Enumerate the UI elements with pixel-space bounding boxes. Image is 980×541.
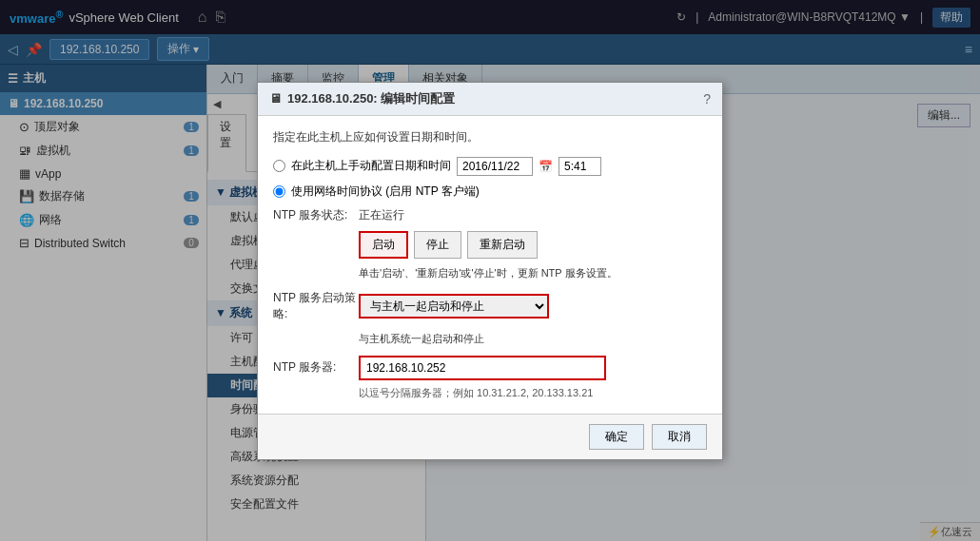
- ntp-buttons-row: 启动 停止 重新启动: [359, 231, 707, 259]
- ntp-hint: 单击'启动'、'重新启动'或'停止'时，更新 NTP 服务设置。: [359, 266, 707, 280]
- radio-ntp[interactable]: [273, 185, 285, 198]
- ntp-sub-text: 与主机系统一起启动和停止: [359, 332, 707, 346]
- date-input[interactable]: [457, 157, 533, 176]
- radio-manual-row: 在此主机上手动配置日期和时间 📅: [273, 157, 707, 176]
- dialog-title: 🖥 192.168.10.250: 编辑时间配置: [269, 90, 455, 107]
- dialog-footer: 确定 取消: [258, 414, 722, 459]
- dialog-body: 指定在此主机上应如何设置日期和时间。 在此主机上手动配置日期和时间 📅 使用网络…: [258, 116, 722, 414]
- time-input[interactable]: [559, 157, 601, 176]
- radio-ntp-row: 使用网络时间协议 (启用 NTP 客户端): [273, 184, 707, 200]
- ntp-stop-button[interactable]: 停止: [414, 231, 461, 259]
- radio-manual[interactable]: [273, 160, 285, 172]
- cal-icon[interactable]: 📅: [539, 160, 553, 173]
- radio-manual-label[interactable]: 在此主机上手动配置日期和时间: [291, 158, 451, 174]
- dialog-ok-button[interactable]: 确定: [589, 424, 644, 450]
- dialog-description: 指定在此主机上应如何设置日期和时间。: [273, 129, 707, 145]
- ntp-server-row: NTP 服务器:: [273, 356, 707, 380]
- ntp-section: NTP 服务状态: 正在运行 启动 停止 重新启动 单击'启动'、'重新启动'或…: [273, 207, 707, 400]
- ntp-restart-button[interactable]: 重新启动: [467, 231, 538, 259]
- dialog-title-bar: 🖥 192.168.10.250: 编辑时间配置 ?: [258, 83, 722, 116]
- ntp-server-hint: 以逗号分隔服务器；例如 10.31.21.2, 20.133.13.21: [359, 386, 707, 400]
- edit-time-dialog: 🖥 192.168.10.250: 编辑时间配置 ? 指定在此主机上应如何设置日…: [257, 82, 723, 460]
- ntp-startup-row: NTP 服务启动策略: 与主机一起启动和停止与主机系统一起启动和停止: [273, 290, 707, 322]
- radio-ntp-label[interactable]: 使用网络时间协议 (启用 NTP 客户端): [291, 184, 480, 200]
- ntp-status-row: NTP 服务状态: 正在运行: [273, 207, 707, 223]
- dialog-overlay: 🖥 192.168.10.250: 编辑时间配置 ? 指定在此主机上应如何设置日…: [0, 0, 980, 541]
- dialog-cancel-button[interactable]: 取消: [652, 424, 707, 450]
- ntp-startup-select[interactable]: 与主机一起启动和停止与主机系统一起启动和停止: [359, 294, 549, 319]
- ntp-status-value: 正在运行: [359, 207, 404, 223]
- dialog-help-icon[interactable]: ?: [703, 91, 711, 106]
- ntp-server-input[interactable]: [359, 356, 606, 380]
- ntp-startup-label: NTP 服务启动策略:: [273, 290, 359, 322]
- ntp-status-label: NTP 服务状态:: [273, 207, 359, 223]
- dialog-host-icon: 🖥: [269, 91, 282, 106]
- dialog-title-text: 192.168.10.250: 编辑时间配置: [287, 90, 455, 107]
- ntp-server-label: NTP 服务器:: [273, 356, 359, 376]
- ntp-start-button[interactable]: 启动: [359, 231, 408, 259]
